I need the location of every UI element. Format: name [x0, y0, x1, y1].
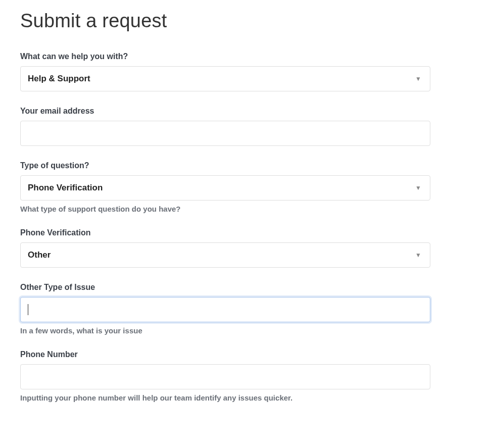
question-type-label: Type of question?	[20, 161, 473, 170]
other-issue-input[interactable]	[20, 297, 430, 322]
phone-number-help: Inputting your phone number will help ou…	[20, 393, 430, 402]
field-phone-verification: Phone Verification Other ▼	[20, 228, 473, 268]
help-with-select[interactable]: Help & Support ▼	[20, 66, 430, 91]
field-help-with: What can we help you with? Help & Suppor…	[20, 52, 473, 91]
field-other-issue: Other Type of Issue In a few words, what…	[20, 283, 473, 335]
phone-number-label: Phone Number	[20, 350, 473, 359]
help-with-label: What can we help you with?	[20, 52, 473, 61]
other-issue-label: Other Type of Issue	[20, 283, 473, 292]
question-type-selected-value: Phone Verification	[20, 175, 430, 201]
email-input[interactable]	[20, 121, 430, 146]
phone-verification-selected-value: Other	[20, 242, 430, 268]
phone-verification-select[interactable]: Other ▼	[20, 242, 430, 268]
field-question-type: Type of question? Phone Verification ▼ W…	[20, 161, 473, 213]
other-issue-help: In a few words, what is your issue	[20, 326, 430, 335]
phone-verification-label: Phone Verification	[20, 228, 473, 237]
question-type-select[interactable]: Phone Verification ▼	[20, 175, 430, 201]
email-label: Your email address	[20, 107, 473, 116]
phone-number-input[interactable]	[20, 364, 430, 389]
field-phone-number: Phone Number Inputting your phone number…	[20, 350, 473, 402]
question-type-help: What type of support question do you hav…	[20, 205, 430, 213]
help-with-selected-value: Help & Support	[20, 66, 430, 91]
text-cursor-icon	[28, 304, 28, 315]
field-email: Your email address	[20, 107, 473, 146]
page-title: Submit a request	[20, 10, 473, 32]
